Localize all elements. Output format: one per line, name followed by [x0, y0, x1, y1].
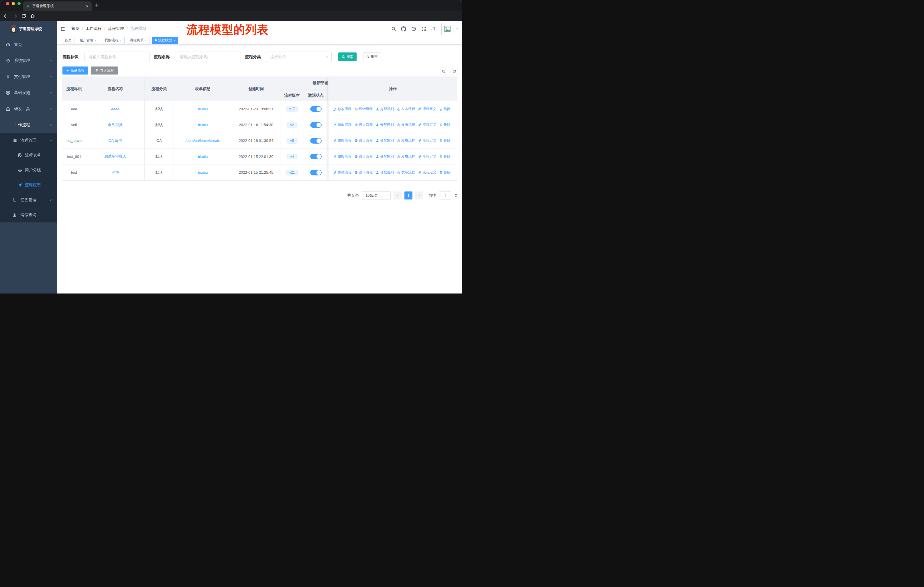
model-name-link[interactable]: eeee [111, 107, 119, 111]
table-search-button[interactable] [440, 68, 447, 75]
action-design-link[interactable]: 设计流程 [354, 170, 373, 175]
model-name-link[interactable]: 滔博 [112, 170, 119, 175]
filter-name-input[interactable] [176, 51, 241, 62]
sidebar-item-流程表单[interactable]: 流程表单 [0, 148, 57, 163]
action-modify-link[interactable]: 修改流程 [333, 170, 351, 175]
action-assign-link[interactable]: 分配规则 [376, 122, 394, 127]
table-refresh-button[interactable] [450, 68, 458, 75]
action-delete-link[interactable]: 删除 [439, 154, 450, 159]
action-assign-link[interactable]: 分配规则 [376, 154, 394, 159]
close-window-button[interactable] [6, 2, 9, 5]
search-button[interactable]: 搜索 [338, 53, 356, 61]
fullscreen-icon[interactable] [421, 26, 426, 31]
breadcrumb-item-首页[interactable]: 首页 [71, 26, 79, 31]
action-assign-link[interactable]: 分配规则 [376, 138, 394, 143]
browser-tab[interactable]: 芋道管理系统 [23, 2, 92, 11]
sidebar-item-研发工具[interactable]: 研发工具 [0, 101, 57, 117]
home-button[interactable] [30, 13, 36, 19]
tag-流程模型[interactable]: 流程模型× [152, 37, 178, 44]
page-size-select[interactable]: 10条/页 [362, 192, 391, 200]
back-button[interactable] [3, 13, 9, 19]
model-name-link[interactable]: OA 请假 [109, 138, 122, 143]
form-info-link[interactable]: /bpm/oa/leave/create [185, 139, 220, 143]
goto-page-input[interactable] [439, 192, 451, 200]
next-page-button[interactable] [415, 192, 423, 200]
action-design-link[interactable]: 设计流程 [354, 154, 373, 159]
page-1-button[interactable]: 1 [404, 192, 412, 200]
tag-租户管理[interactable]: 租户管理× [77, 37, 99, 44]
action-delete-link[interactable]: 删除 [439, 138, 450, 143]
form-info-link[interactable]: biubiu [198, 154, 208, 159]
filter-category-select[interactable]: 流程分类 [266, 51, 332, 62]
maximize-window-button[interactable] [18, 2, 21, 5]
sidebar-item-请假查询[interactable]: 请假查询 [0, 208, 57, 222]
action-modify-link[interactable]: 修改流程 [333, 138, 351, 143]
action-deploy-link[interactable]: 发布流程 [397, 122, 415, 127]
model-name-link[interactable]: 测试多审批人 [104, 154, 127, 159]
breadcrumb-item-流程管理[interactable]: 流程管理 [108, 26, 124, 31]
sidebar-item-基础设施[interactable]: 基础设施 [0, 85, 57, 101]
action-modify-link[interactable]: 修改流程 [333, 107, 351, 111]
form-info-link[interactable]: biubiu [198, 170, 208, 175]
action-deploy-link[interactable]: 发布流程 [397, 107, 415, 111]
action-definition-link[interactable]: 流程定义 [418, 122, 436, 127]
search-icon[interactable] [391, 26, 396, 31]
tag-close-icon[interactable]: × [173, 39, 175, 42]
minimize-window-button[interactable] [12, 2, 15, 5]
breadcrumb-item-工作流程[interactable]: 工作流程 [86, 26, 102, 31]
sidebar-item-流程管理[interactable]: 流程管理 [0, 133, 57, 148]
action-design-link[interactable]: 设计流程 [354, 138, 373, 143]
tag-close-icon[interactable]: × [145, 39, 147, 42]
action-delete-link[interactable]: 删除 [439, 122, 450, 127]
action-design-link[interactable]: 设计流程 [354, 107, 373, 111]
user-avatar[interactable] [441, 23, 454, 35]
create-model-button[interactable]: 新建流程 [63, 66, 88, 74]
tag-close-icon[interactable]: × [95, 39, 97, 42]
tab-close-icon[interactable] [85, 4, 89, 8]
reload-button[interactable] [21, 13, 26, 19]
tag-我的流程[interactable]: 我的流程× [102, 37, 124, 44]
action-definition-link[interactable]: 流程定义 [418, 170, 436, 175]
sidebar-item-用户分组[interactable]: 用户分组 [0, 163, 57, 178]
forward-button[interactable] [12, 13, 18, 19]
action-definition-link[interactable]: 流程定义 [418, 154, 436, 159]
tag-首页[interactable]: 首页 [62, 37, 74, 44]
model-name-link[interactable]: 自己审批 [108, 122, 123, 127]
form-info-link[interactable]: biubiu [198, 123, 208, 127]
action-modify-link[interactable]: 修改流程 [333, 154, 351, 159]
filter-id-input[interactable] [84, 51, 150, 62]
sidebar-item-支付管理[interactable]: 支付管理 [0, 69, 57, 85]
sidebar-item-任务管理[interactable]: 任务管理 [0, 193, 57, 208]
help-question-icon[interactable] [411, 26, 416, 31]
font-size-icon[interactable]: TT [431, 26, 436, 31]
action-assign-link[interactable]: 分配规则 [376, 107, 394, 111]
sidebar-item-系统管理[interactable]: 系统管理 [0, 53, 57, 69]
action-deploy-link[interactable]: 发布流程 [397, 138, 415, 143]
tag-close-icon[interactable]: × [120, 39, 121, 42]
action-modify-link[interactable]: 修改流程 [333, 122, 351, 127]
prev-page-button[interactable] [394, 192, 402, 200]
import-model-button[interactable]: 导入流程 [91, 66, 118, 74]
new-tab-button[interactable] [94, 3, 99, 7]
action-delete-link[interactable]: 删除 [439, 107, 450, 111]
action-assign-link[interactable]: 分配规则 [376, 170, 394, 175]
action-design-link[interactable]: 设计流程 [354, 122, 373, 127]
github-icon[interactable] [401, 26, 406, 31]
active-toggle[interactable] [310, 122, 322, 128]
action-deploy-link[interactable]: 发布流程 [397, 170, 415, 175]
tag-流程表单[interactable]: 流程表单× [127, 37, 150, 44]
active-toggle[interactable] [310, 154, 322, 159]
sidebar-fold-icon[interactable] [60, 26, 65, 31]
active-toggle[interactable] [310, 138, 322, 144]
action-deploy-link[interactable]: 发布流程 [397, 154, 415, 159]
action-delete-link[interactable]: 删除 [439, 170, 450, 175]
sidebar-item-首页[interactable]: 首页 [0, 37, 57, 53]
action-definition-link[interactable]: 流程定义 [418, 107, 436, 111]
reset-button[interactable]: 重置 [363, 53, 380, 61]
avatar-caret-down-icon[interactable] [456, 28, 459, 30]
action-definition-link[interactable]: 流程定义 [418, 138, 436, 143]
sidebar-item-流程模型[interactable]: 流程模型 [0, 178, 57, 193]
sidebar-item-工作流程[interactable]: 工作流程 [0, 117, 57, 133]
form-info-link[interactable]: biubiu [198, 107, 208, 111]
active-toggle[interactable] [310, 106, 322, 112]
